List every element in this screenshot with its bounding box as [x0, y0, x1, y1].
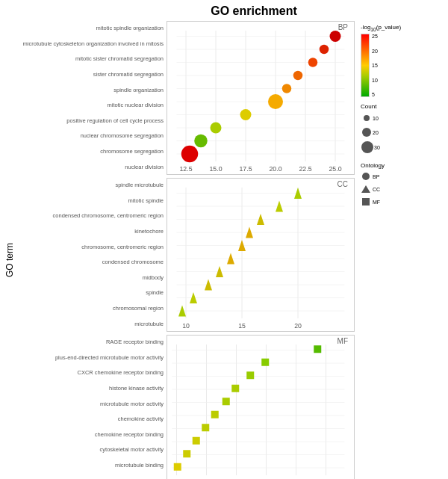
bp-svg: 12.5 15.0 17.5 20.0 22.5 25.0	[167, 22, 354, 174]
cc-label-2: mitotic spindle	[128, 197, 164, 204]
ontology-cc-label: CC	[373, 187, 380, 192]
mf-label-5: microtubule motor activity	[100, 401, 164, 407]
cc-title: CC	[337, 180, 348, 188]
ontology-bp: BP	[361, 171, 444, 182]
bp-label-5: spindle organization	[113, 87, 164, 93]
cc-label-6: condensed chromosome	[102, 259, 164, 265]
color-label-15: 15	[372, 63, 378, 68]
count-label-30: 30	[374, 145, 380, 150]
color-scale-labels: 25 20 15 10 5	[370, 34, 378, 97]
y-axis-label: GO term	[4, 21, 16, 480]
panel-bp: mitotic spindle organization microtubule…	[17, 21, 355, 175]
svg-point-93	[362, 173, 370, 180]
mf-label-7: chemokine receptor binding	[95, 431, 164, 438]
count-legend-title: Count	[361, 103, 444, 110]
cc-y-labels: spindle microtubule mitotic spindle cond…	[17, 178, 167, 332]
mf-label-6: chemokine activity	[118, 415, 164, 422]
cc-svg: 10 15 20	[167, 179, 354, 331]
mf-label-2: plus-end-directed microtubule motor acti…	[55, 354, 164, 361]
chart-title: GO enrichment	[63, 4, 444, 18]
bp-label-2: microtubule cytoskeleton organization in…	[23, 40, 164, 47]
cc-label-4: kinetochore	[134, 228, 164, 235]
color-gradient	[361, 34, 370, 97]
color-label-10: 10	[372, 78, 378, 83]
svg-rect-83	[174, 463, 181, 470]
cc-label-3: condensed chromosome, centromeric region	[53, 212, 164, 219]
count-label-10: 10	[373, 116, 379, 121]
svg-rect-75	[261, 358, 269, 365]
cc-label-8: spindle	[146, 289, 164, 296]
bp-shape-icon	[361, 171, 371, 182]
svg-point-17	[320, 44, 329, 54]
bp-label-6: mitotic nuclear division	[108, 102, 164, 108]
svg-rect-77	[231, 384, 239, 392]
cc-label-9: chromosomal region	[113, 305, 164, 312]
plots-area: mitotic spindle organization microtubule…	[17, 21, 355, 480]
color-label-25: 25	[372, 34, 378, 39]
color-label-20: 20	[372, 49, 378, 54]
svg-text:20.0: 20.0	[269, 164, 281, 172]
svg-rect-82	[183, 450, 190, 457]
count-label-20: 20	[373, 130, 379, 135]
mf-label-3: CXCR chemokine receptor binding	[78, 369, 164, 376]
svg-point-22	[240, 109, 252, 120]
legend: -log10(p_value) 25 20 15 10 5 Count 10	[355, 21, 444, 480]
svg-rect-78	[223, 398, 230, 405]
panel-mf: RAGE receptor binding plus-end-directed …	[17, 335, 355, 480]
bp-label-9: chromosome segregation	[100, 148, 164, 155]
cc-label-7: midbody	[143, 274, 164, 281]
svg-rect-74	[314, 345, 321, 353]
svg-point-90	[364, 115, 370, 121]
count-legend-20: 20	[361, 126, 444, 138]
cc-shape-icon	[361, 184, 371, 194]
count-legend-30: 30	[361, 140, 444, 154]
svg-rect-95	[362, 198, 370, 205]
count-circle-20-icon	[361, 126, 373, 138]
count-circle-10-icon	[361, 112, 373, 124]
bp-label-4: sister chromatid segregation	[93, 71, 164, 78]
bp-label-8: nuclear chromosome segregation	[81, 132, 164, 139]
svg-text:10: 10	[182, 321, 190, 329]
ontology-mf-label: MF	[373, 200, 380, 205]
bp-title: BP	[338, 23, 348, 31]
svg-point-23	[211, 122, 222, 133]
svg-rect-76	[246, 371, 254, 379]
color-legend-title: -log10(p_value)	[361, 24, 444, 32]
mf-plot: MF	[167, 335, 355, 480]
bp-label-10: nuclear division	[125, 164, 164, 170]
svg-text:15.0: 15.0	[209, 164, 222, 172]
svg-point-91	[362, 128, 371, 137]
cc-plot: CC	[167, 178, 355, 332]
ontology-bp-label: BP	[373, 174, 379, 179]
svg-point-19	[293, 70, 303, 80]
mf-svg: 10 20 30 40 50 60	[167, 336, 354, 480]
panel-cc: spindle microtubule mitotic spindle cond…	[17, 178, 355, 332]
svg-text:25.0: 25.0	[329, 164, 341, 172]
count-legend-10: 10	[361, 112, 444, 124]
svg-point-16	[330, 31, 341, 42]
mf-label-4: histone kinase activity	[109, 385, 164, 392]
ontology-cc: CC	[361, 184, 444, 194]
mf-title: MF	[337, 337, 348, 345]
bp-label-1: mitotic spindle organization	[96, 25, 164, 31]
color-scale: 25 20 15 10 5	[361, 34, 444, 97]
svg-point-21	[268, 94, 283, 109]
color-label-5: 5	[372, 92, 378, 97]
mf-label-9: microtubule binding	[115, 462, 164, 469]
svg-point-92	[361, 141, 373, 153]
svg-rect-79	[211, 410, 219, 418]
svg-text:12.5: 12.5	[179, 164, 192, 172]
svg-point-20	[282, 84, 292, 93]
chart-container: GO enrichment GO term mitotic spindle or…	[4, 4, 444, 475]
mf-y-labels: RAGE receptor binding plus-end-directed …	[17, 335, 167, 480]
cc-label-10: microtubule	[134, 321, 164, 327]
bp-label-7: positive regulation of cell cycle proces…	[66, 117, 164, 124]
ontology-mf: MF	[361, 197, 444, 207]
svg-rect-81	[193, 436, 200, 444]
svg-rect-80	[202, 424, 209, 431]
svg-text:22.5: 22.5	[299, 164, 311, 172]
bp-label-3: mitotic sister chromatid segregation	[75, 55, 164, 62]
svg-text:15: 15	[238, 321, 246, 329]
count-circle-30-icon	[361, 140, 374, 154]
cc-label-1: spindle microtubule	[115, 182, 164, 188]
